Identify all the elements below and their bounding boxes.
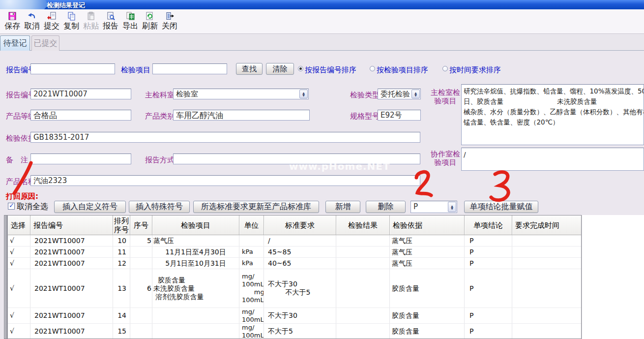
insert-custom-symbol-button[interactable]: 插入自定义符号 — [54, 201, 126, 213]
table-row[interactable]: √ 2021WT10007 10 5 蒸气压 / 蒸气压 P — [8, 235, 582, 247]
grade-field[interactable]: 合格品 — [30, 110, 131, 121]
update-standard-button[interactable]: 所选标准要求更新至产品标准库 — [193, 201, 319, 213]
product-name-field[interactable]: 汽油2323 — [30, 175, 420, 186]
col-header-result[interactable]: 检验结果 — [336, 216, 390, 235]
col-header-conclusion[interactable]: 单项结论 — [465, 216, 512, 235]
paste-icon — [86, 11, 96, 21]
window-title: 检测结果登记 — [47, 1, 85, 9]
table-row[interactable]: √ 2021WT10007 14 mg/ 100mL 不大于30 胶质含量 P — [8, 308, 582, 324]
search-item-label: 检验项目 — [121, 65, 150, 75]
undo-button[interactable]: 取消 — [23, 11, 41, 33]
cell-report-no: 2021WT10007 — [30, 308, 113, 323]
sort-by-item-radio[interactable] — [370, 66, 375, 71]
cell-basis: 蒸气压 — [390, 247, 465, 257]
paste-button: 粘贴 — [82, 11, 100, 33]
main-dept-combobox[interactable]: 检验室 ▲▼ — [173, 89, 309, 99]
remark-label: 备 注 — [6, 155, 28, 165]
clear-button[interactable]: 清除 — [266, 63, 294, 75]
check-type-combobox[interactable]: 委托检验 ▲▼ — [378, 89, 421, 99]
sort-by-report-radio[interactable] — [298, 66, 303, 71]
report-no-field[interactable]: 2021WT10007 — [30, 89, 131, 99]
cell-conclusion: P — [465, 247, 512, 257]
remark-field[interactable] — [30, 154, 131, 164]
copy-button[interactable]: 复制 — [62, 11, 81, 33]
row-selector-strip[interactable] — [4, 216, 8, 339]
cell-report-no: 2021WT10007 — [30, 247, 113, 257]
cell-due — [512, 235, 582, 246]
app-logo-icon — [0, 0, 47, 9]
report-icon — [106, 11, 116, 21]
insert-special-symbol-button[interactable]: 插入特殊符号 — [129, 201, 190, 213]
table-row[interactable]: √ 2021WT10007 15 mg/ 100mL 不大于5 胶质含量 P — [8, 324, 582, 339]
col-header-standard[interactable]: 标准要求 — [264, 216, 336, 235]
cell-conclusion: P — [465, 308, 512, 323]
search-item-input[interactable] — [152, 63, 227, 74]
col-header-item[interactable]: 检验项目 — [152, 216, 239, 235]
table-row[interactable]: √ 2021WT10007 13 6 胶质含量 未洗胶质含量 溶剂洗胶质含量 m… — [8, 269, 582, 308]
sort-by-report-label: 按报告编号排序 — [305, 65, 356, 75]
cell-seq — [130, 308, 152, 323]
add-button[interactable]: 新增 — [325, 201, 360, 213]
spec-field[interactable]: E92号 — [378, 110, 421, 121]
cell-item: 胶质含量 未洗胶质含量 溶剂洗胶质含量 — [152, 269, 239, 308]
main-dept-label: 主检科室 — [145, 91, 175, 100]
cell-conclusion: P — [465, 235, 512, 246]
sort-by-time-radio[interactable] — [442, 66, 448, 71]
row-checkmark[interactable]: √ — [8, 324, 30, 339]
refresh-icon — [145, 11, 155, 21]
report-button[interactable]: 报告 — [101, 11, 120, 33]
cell-report-no: 2021WT10007 — [30, 258, 113, 269]
coop-items-textarea[interactable]: / — [461, 148, 644, 171]
table-row[interactable]: √ 2021WT10007 11 11月1日至4月30日 kPa 45~85 蒸… — [8, 247, 582, 258]
export-icon — [125, 11, 135, 21]
sort-by-time-label: 按时间要求排序 — [449, 65, 501, 75]
export-button[interactable]: 导出 — [121, 11, 140, 33]
col-header-select[interactable]: 选择 — [8, 216, 30, 235]
spinner-icon[interactable]: ▲▼ — [299, 90, 308, 98]
tab-pending[interactable]: 待登记 — [0, 35, 30, 51]
col-header-order-no[interactable]: 排列序号 — [113, 216, 130, 235]
col-header-basis[interactable]: 检验依据 — [390, 216, 465, 235]
col-header-report-no[interactable]: 报告编号 — [30, 216, 113, 235]
cell-due — [512, 324, 582, 339]
delete-button[interactable]: 删除 — [366, 201, 406, 213]
report-method-label: 报告方式 — [145, 155, 175, 165]
cell-standard: 不大于5 — [264, 324, 336, 339]
uncheck-all-checkbox[interactable] — [8, 203, 15, 210]
cell-order-no: 14 — [113, 308, 130, 323]
cell-result — [336, 258, 390, 269]
cell-standard: 45~85 — [264, 247, 336, 257]
cell-order-no: 15 — [113, 324, 130, 339]
results-table: 选择 报告编号 排列序号 序号 检验项目 单位 标准要求 检验结果 检验依据 单… — [4, 215, 582, 339]
close-button[interactable]: 关闭 — [160, 11, 179, 33]
table-row[interactable]: √ 2021WT10007 12 5月1日至10月31日 kPa 40~65 蒸… — [8, 258, 582, 269]
main-items-textarea[interactable]: 研究法辛烷值、抗爆指数、铅含量、馏程、10%蒸发温度、50%蒸 日、胶质含量 未… — [461, 84, 644, 145]
save-button[interactable]: 保存 — [3, 11, 22, 33]
cell-order-no: 10 — [113, 235, 130, 246]
submit-button[interactable]: 提交 — [42, 11, 61, 33]
cell-standard: 40~65 — [264, 258, 336, 269]
row-checkmark[interactable]: √ — [8, 258, 30, 269]
cell-item: 11月1日至4月30日 — [152, 247, 239, 257]
batch-assign-button[interactable]: 单项结论批量赋值 — [464, 201, 538, 213]
spinner-icon[interactable]: ▲▼ — [411, 90, 420, 98]
cell-report-no: 2021WT10007 — [30, 269, 113, 308]
basis-field[interactable]: GB18351-2017 — [30, 132, 420, 143]
undo-arrow-icon — [27, 11, 37, 21]
find-button[interactable]: 查找 — [236, 63, 263, 75]
conclusion-combobox[interactable]: P ▲▼ — [410, 201, 457, 213]
col-header-seq[interactable]: 序号 — [130, 216, 152, 235]
refresh-button[interactable]: 刷新 — [141, 11, 159, 33]
cell-basis: 蒸气压 — [390, 258, 465, 269]
search-report-no-input[interactable] — [30, 63, 115, 74]
col-header-due[interactable]: 要求完成时间 — [512, 216, 582, 235]
coop-items-label: 协作室检验项目 — [430, 150, 461, 167]
row-checkmark[interactable]: √ — [8, 247, 30, 257]
row-checkmark[interactable]: √ — [8, 235, 30, 246]
row-checkmark[interactable]: √ — [8, 269, 30, 308]
row-checkmark[interactable]: √ — [8, 308, 30, 323]
spinner-icon[interactable]: ▲▼ — [448, 202, 456, 212]
category-field[interactable]: 车用乙醇汽油 — [173, 110, 310, 121]
tab-submitted[interactable]: 已提交 — [31, 35, 59, 51]
col-header-unit[interactable]: 单位 — [239, 216, 264, 235]
